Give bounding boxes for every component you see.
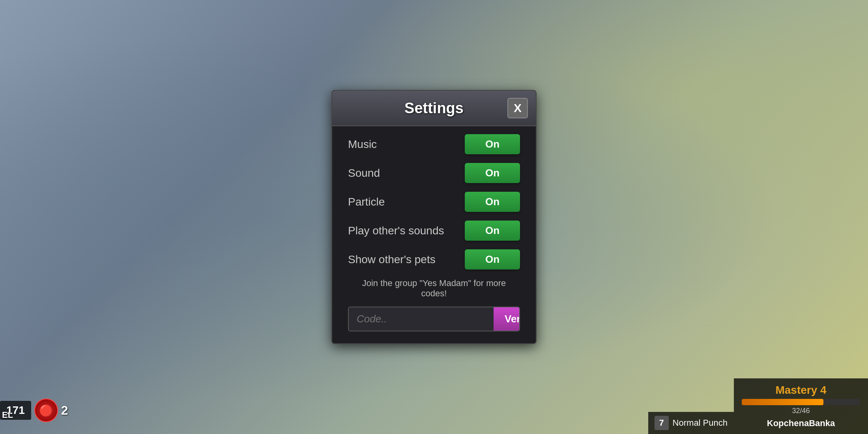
show-others-pets-label: Show other's pets [348,253,436,266]
settings-header: Settings X [332,91,536,126]
play-others-sounds-label: Play other's sounds [348,224,444,237]
music-toggle[interactable]: On [465,134,520,154]
code-input[interactable] [349,307,494,331]
setting-row-particle: Particle On [348,192,520,212]
play-others-sounds-toggle[interactable]: On [465,221,520,241]
settings-title: Settings [361,100,507,117]
particle-label: Particle [348,196,385,208]
group-text: Join the group "Yes Madam" for more code… [348,278,520,299]
setting-row-show-others-pets: Show other's pets On [348,249,520,269]
close-button[interactable]: X [507,98,528,118]
sound-toggle[interactable]: On [465,163,520,183]
modal-overlay: Settings X Music On Sound On Particle On… [0,0,868,434]
settings-body: Music On Sound On Particle On Play other… [332,134,536,331]
sound-label: Sound [348,167,380,180]
settings-dialog: Settings X Music On Sound On Particle On… [331,90,537,344]
setting-row-play-others-sounds: Play other's sounds On [348,221,520,241]
setting-row-music: Music On [348,134,520,154]
verify-button[interactable]: Verify [494,307,520,331]
show-others-pets-toggle[interactable]: On [465,249,520,269]
particle-toggle[interactable]: On [465,192,520,212]
music-label: Music [348,138,377,151]
setting-row-sound: Sound On [348,163,520,183]
code-row: Verify [348,307,520,331]
